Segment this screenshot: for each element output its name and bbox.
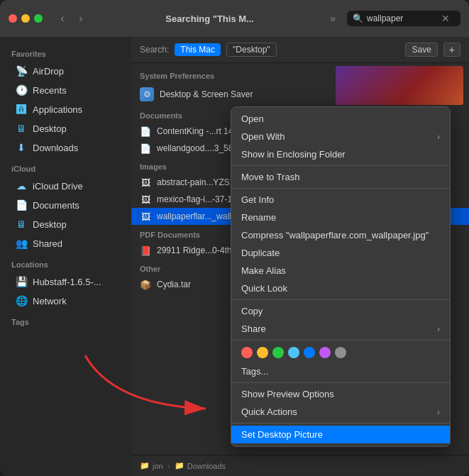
tag-purple-dot[interactable] xyxy=(319,347,331,358)
ctx-move-trash[interactable]: Move to Trash xyxy=(231,168,450,186)
ctx-compress[interactable]: Compress "wallpaperflare.com_wallpaper.j… xyxy=(231,226,450,244)
ctx-open-label: Open xyxy=(241,114,264,124)
airdrop-icon: 📡 xyxy=(16,65,27,77)
back-button[interactable]: ‹ xyxy=(54,11,71,26)
desktop-icon: 🖥 xyxy=(16,123,27,134)
minimize-button[interactable] xyxy=(21,14,30,23)
ctx-separator-3 xyxy=(231,299,450,300)
pdf-icon: 📕 xyxy=(140,245,151,256)
ctx-make-alias[interactable]: Make Alias xyxy=(231,262,450,279)
sidebar-item-airdrop-label: AirDrop xyxy=(33,66,64,77)
sidebar-item-icloud-drive[interactable]: ☁ iCloud Drive xyxy=(4,177,127,195)
tag-lightblue-dot[interactable] xyxy=(288,347,299,358)
finder-window: ‹ › Searching "This M... » 🔍 ✕ Favorites… xyxy=(0,0,469,476)
file-icon: 📦 xyxy=(140,279,151,290)
tag-green-dot[interactable] xyxy=(272,347,284,358)
applications-icon: 🅰 xyxy=(16,104,27,115)
tag-gray-dot[interactable] xyxy=(335,347,346,358)
ctx-separator-5 xyxy=(231,382,450,383)
ctx-open[interactable]: Open xyxy=(231,110,450,128)
tag-yellow-dot[interactable] xyxy=(257,347,268,358)
sidebar-item-desktop[interactable]: 🖥 Desktop xyxy=(4,119,127,138)
search-clear-icon[interactable]: ✕ xyxy=(441,13,450,24)
ctx-share-label: Share xyxy=(241,323,266,334)
system-pref-icon: ⚙ xyxy=(140,87,154,101)
ctx-copy-label: Copy xyxy=(241,306,263,316)
file-name: Cydia.tar xyxy=(157,279,191,289)
ctx-rename[interactable]: Rename xyxy=(231,209,450,226)
traffic-lights xyxy=(9,14,43,23)
breadcrumb-separator: › xyxy=(167,461,170,471)
sidebar-item-hubstaff[interactable]: 💾 Hubstaff-1.6.5-... xyxy=(4,272,127,291)
search-bar: 🔍 ✕ xyxy=(347,11,460,26)
ctx-quick-actions[interactable]: Quick Actions › xyxy=(231,403,450,421)
tags-section-label: Tags xyxy=(0,311,131,329)
sidebar-item-applications[interactable]: 🅰 Applications xyxy=(4,100,127,118)
expand-icon[interactable]: » xyxy=(330,13,336,24)
image-icon: 🖼 xyxy=(140,211,151,222)
sidebar-item-hubstaff-label: Hubstaff-1.6.5-... xyxy=(33,277,101,287)
ctx-duplicate[interactable]: Duplicate xyxy=(231,244,450,262)
wallpaper-preview xyxy=(336,66,463,105)
icloud-section-label: iCloud xyxy=(0,157,131,176)
window-title: Searching "This M... xyxy=(95,13,324,24)
ctx-show-preview-label: Show Preview Options xyxy=(241,389,334,399)
breadcrumb-item-downloads: 📁 Downloads xyxy=(175,461,226,470)
maximize-button[interactable] xyxy=(34,14,43,23)
ctx-quick-look[interactable]: Quick Look xyxy=(231,279,450,297)
sidebar-item-icloud-desktop-label: Desktop xyxy=(33,219,67,230)
downloads-icon: ⬇ xyxy=(16,142,27,153)
favorites-section-label: Favorites xyxy=(0,43,131,61)
breadcrumb-item-jon: 📁 jon xyxy=(140,461,163,470)
ctx-show-preview[interactable]: Show Preview Options xyxy=(231,385,450,403)
doc-icon: 📄 xyxy=(140,126,151,137)
add-button[interactable]: + xyxy=(443,43,460,57)
ctx-get-info-label: Get Info xyxy=(241,194,274,205)
sidebar-item-recents[interactable]: 🕐 Recents xyxy=(4,81,127,99)
ctx-open-with-label: Open With xyxy=(241,131,285,142)
ctx-show-enclosing-label: Show in Enclosing Folder xyxy=(241,149,346,160)
search-label: Search: xyxy=(140,45,169,55)
sidebar-item-network[interactable]: 🌐 Network xyxy=(4,292,127,310)
tag-red-dot[interactable] xyxy=(241,347,253,358)
ctx-tags-row xyxy=(231,343,450,362)
ctx-copy[interactable]: Copy xyxy=(231,302,450,320)
ctx-show-enclosing[interactable]: Show in Enclosing Folder xyxy=(231,145,450,163)
sidebar-item-icloud-desktop[interactable]: 🖥 Desktop xyxy=(4,215,127,233)
ctx-tags[interactable]: Tags... xyxy=(231,362,450,380)
save-button[interactable]: Save xyxy=(405,43,437,57)
locations-section-label: Locations xyxy=(0,253,131,272)
documents-icon: 📄 xyxy=(16,199,27,211)
file-name: abstract-pain...YZS... xyxy=(157,177,237,187)
file-name: mexico-flag-i...-37-1... xyxy=(157,194,239,204)
sidebar-item-desktop-label: Desktop xyxy=(33,123,67,134)
scope-this-mac-button[interactable]: This Mac xyxy=(175,43,221,56)
ctx-tags-label: Tags... xyxy=(241,366,268,377)
folder-icon: 📁 xyxy=(140,461,150,470)
breadcrumb-label-2: Downloads xyxy=(187,462,226,470)
search-input[interactable] xyxy=(367,13,438,23)
scope-desktop-button[interactable]: "Desktop" xyxy=(226,43,277,57)
icloud-desktop-icon: 🖥 xyxy=(16,218,27,230)
close-button[interactable] xyxy=(9,14,17,23)
ctx-set-desktop-picture-label: Set Desktop Picture xyxy=(241,429,323,440)
sidebar-item-shared[interactable]: 👥 Shared xyxy=(4,234,127,253)
ctx-share[interactable]: Share › xyxy=(231,320,450,338)
ctx-get-info[interactable]: Get Info xyxy=(231,191,450,209)
hubstaff-icon: 💾 xyxy=(16,276,27,287)
sidebar-item-downloads[interactable]: ⬇ Downloads xyxy=(4,138,127,157)
ctx-open-with[interactable]: Open With › xyxy=(231,128,450,145)
search-toolbar: Search: This Mac "Desktop" Save + xyxy=(131,37,469,63)
submenu-arrow-share-icon: › xyxy=(437,324,440,334)
sidebar-item-airdrop[interactable]: 📡 AirDrop xyxy=(4,62,127,80)
bottom-bar: 📁 jon › 📁 Downloads xyxy=(131,455,469,476)
forward-button[interactable]: › xyxy=(72,11,89,26)
doc-icon: 📄 xyxy=(140,143,151,154)
ctx-rename-label: Rename xyxy=(241,212,276,223)
sidebar-item-documents[interactable]: 📄 Documents xyxy=(4,196,127,214)
image-icon: 🖼 xyxy=(140,194,151,205)
ctx-set-desktop-picture[interactable]: Set Desktop Picture xyxy=(231,426,450,443)
ctx-compress-label: Compress "wallpaperflare.com_wallpaper.j… xyxy=(241,230,429,240)
tag-blue-dot[interactable] xyxy=(304,347,315,358)
recents-icon: 🕐 xyxy=(16,84,27,96)
